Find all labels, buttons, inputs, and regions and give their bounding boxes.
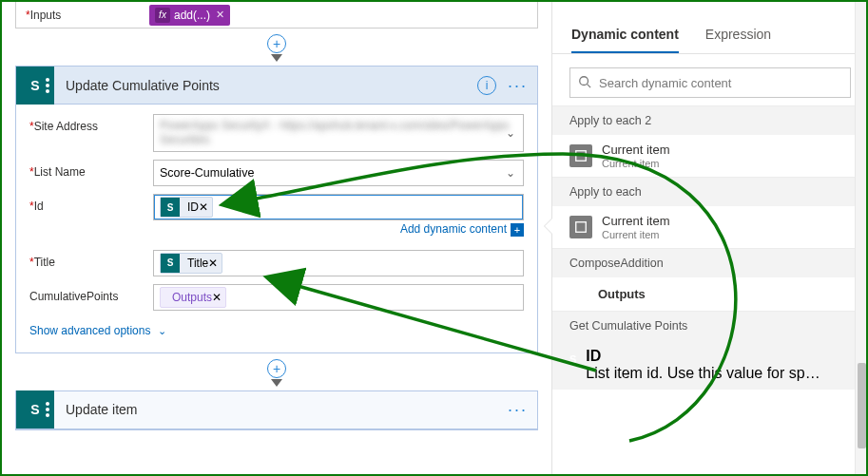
id-token-label: ID <box>183 200 199 214</box>
panel-pointer <box>545 219 552 234</box>
list-name-value: Score-Cumulative <box>160 166 254 180</box>
card-update-cumulative-points: S Update Cumulative Points i ··· *Site A… <box>15 66 538 353</box>
add-step-button[interactable]: + <box>267 34 286 53</box>
fx-expression-token[interactable]: fx add(...) ✕ <box>149 5 230 26</box>
dyn-item-id[interactable]: S ID List item id. Use this value for sp… <box>552 340 868 390</box>
row-title: *Title S Title ✕ <box>29 250 524 276</box>
card-menu-button[interactable]: ··· <box>508 80 528 91</box>
cumulative-points-field[interactable]: Outputs ✕ <box>153 284 524 311</box>
search-icon <box>578 75 591 91</box>
row-id: *Id S ID ✕ Add dynamic content+ <box>29 194 524 242</box>
show-advanced-options[interactable]: Show advanced options⌄ <box>29 318 524 339</box>
card-title: Update Cumulative Points <box>54 78 477 93</box>
loop-icon <box>569 216 592 238</box>
dyn-item-outputs[interactable]: Outputs <box>552 277 868 311</box>
chevron-down-icon: ⌄ <box>158 325 166 336</box>
dyn-item-sublabel: Current item <box>602 229 670 240</box>
label-cumulative-points: CumulativePoints <box>29 284 153 303</box>
id-token[interactable]: S ID ✕ <box>160 197 213 218</box>
close-icon[interactable]: ✕ <box>199 200 208 214</box>
group-get-cumulative-points: Get Cumulative Points <box>552 311 868 340</box>
sharepoint-icon: S <box>161 254 180 273</box>
card-update-item[interactable]: S Update item ··· <box>15 390 538 430</box>
sharepoint-icon: S <box>16 67 54 105</box>
flow-canvas: *Inputs fx add(...) ✕ + S Update Cumulat… <box>2 2 551 474</box>
label-list-name: *List Name <box>29 160 153 179</box>
label-title: *Title <box>29 250 153 269</box>
svg-line-1 <box>588 84 591 87</box>
card-title: Update item <box>54 402 508 417</box>
tab-expression[interactable]: Expression <box>705 27 771 53</box>
inputs-label: *Inputs <box>16 9 149 22</box>
group-apply-to-each-2: Apply to each 2 <box>552 105 868 135</box>
id-field[interactable]: S ID ✕ <box>153 194 524 220</box>
dyn-item-label: ID <box>586 348 823 365</box>
outputs-token-label: Outputs <box>168 291 212 304</box>
add-dynamic-content-link[interactable]: Add dynamic content+ <box>153 222 524 237</box>
dynamic-content-panel: Dynamic content Expression Search dynami… <box>551 2 868 474</box>
label-site-address: *Site Address <box>29 114 153 133</box>
dyn-item-label: Current item <box>602 214 670 228</box>
site-address-value: PowerApps SecurityX - https://apxhub.ten… <box>160 119 517 147</box>
dyn-item-current-item[interactable]: Current item Current item <box>552 206 868 248</box>
svg-point-0 <box>580 76 588 85</box>
card-menu-button[interactable]: ··· <box>508 404 528 415</box>
scrollbar-thumb[interactable] <box>858 363 866 448</box>
row-cumulative-points: CumulativePoints Outputs ✕ <box>29 284 524 311</box>
inputs-row: *Inputs fx add(...) ✕ <box>15 2 538 29</box>
dyn-item-label: Current item <box>602 143 670 157</box>
scrollbar[interactable] <box>855 2 868 474</box>
arrow-down-icon <box>271 54 282 62</box>
row-site-address: *Site Address PowerApps SecurityX - http… <box>29 114 524 152</box>
connector: + <box>10 34 544 62</box>
plus-icon: + <box>511 223 524 237</box>
add-step-button[interactable]: + <box>267 359 286 378</box>
row-list-name: *List Name Score-Cumulative ⌄ <box>29 160 524 186</box>
dyn-item-sublabel: Current item <box>602 158 670 169</box>
connector: + <box>10 359 544 387</box>
fx-icon: fx <box>155 8 170 23</box>
title-token[interactable]: S Title ✕ <box>160 253 222 274</box>
list-name-select[interactable]: Score-Cumulative ⌄ <box>153 160 524 186</box>
sharepoint-icon: S <box>16 390 54 428</box>
app-frame: *Inputs fx add(...) ✕ + S Update Cumulat… <box>0 0 868 476</box>
svg-rect-3 <box>576 222 587 233</box>
sharepoint-icon: S <box>569 348 576 371</box>
dyn-item-sublabel: List item id. Use this value for specify… <box>586 365 823 382</box>
svg-rect-2 <box>576 151 587 162</box>
label-id: *Id <box>29 194 153 213</box>
loop-icon <box>569 144 592 167</box>
group-compose-addition: ComposeAddition <box>552 248 868 277</box>
fx-token-label: add(...) <box>174 9 210 22</box>
title-field[interactable]: S Title ✕ <box>153 250 524 276</box>
sharepoint-icon: S <box>161 198 180 217</box>
outputs-token[interactable]: Outputs ✕ <box>160 287 226 308</box>
card-header[interactable]: S Update item ··· <box>16 391 537 429</box>
panel-tabs: Dynamic content Expression <box>552 2 868 54</box>
site-address-select[interactable]: PowerApps SecurityX - https://apxhub.ten… <box>153 114 524 152</box>
close-icon[interactable]: ✕ <box>212 291 222 304</box>
search-placeholder: Search dynamic content <box>599 76 731 90</box>
group-apply-to-each: Apply to each <box>552 177 868 206</box>
search-input[interactable]: Search dynamic content <box>569 67 851 98</box>
card-body: *Site Address PowerApps SecurityX - http… <box>16 105 537 352</box>
dyn-item-current-item-2[interactable]: Current item Current item <box>552 135 868 177</box>
card-header[interactable]: S Update Cumulative Points i ··· <box>16 67 537 105</box>
arrow-down-icon <box>271 379 282 387</box>
title-token-label: Title <box>183 257 208 270</box>
info-icon[interactable]: i <box>477 76 496 95</box>
close-icon[interactable]: ✕ <box>216 9 224 21</box>
tab-dynamic-content[interactable]: Dynamic content <box>571 27 679 53</box>
chevron-down-icon: ⌄ <box>506 166 515 180</box>
close-icon[interactable]: ✕ <box>208 257 218 270</box>
